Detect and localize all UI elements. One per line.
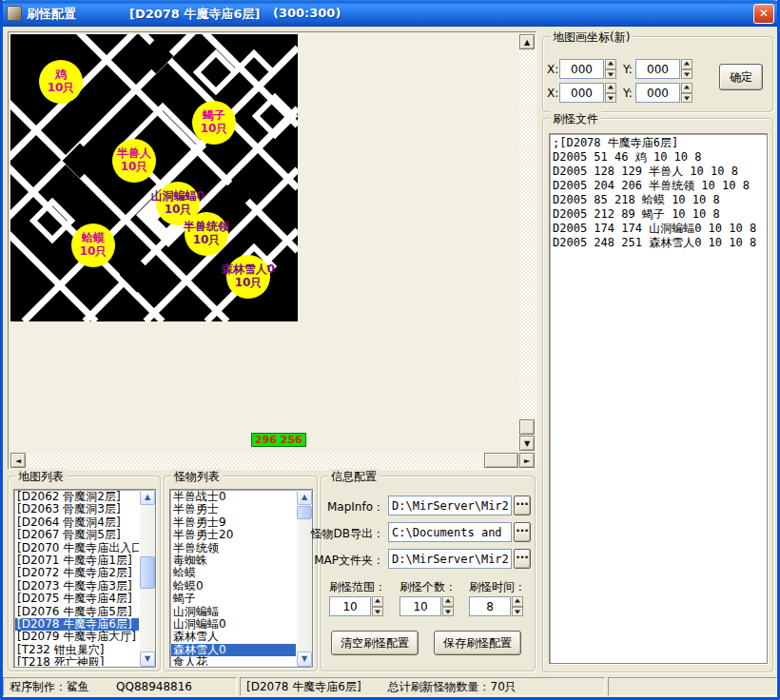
map-list-scrollbar[interactable]: ▲ ▼ [140, 490, 155, 667]
clear-config-button[interactable]: 清空刷怪配置 [331, 631, 419, 655]
list-item[interactable]: 蛤蟆 [171, 567, 296, 579]
spin-up-button[interactable] [681, 83, 692, 93]
list-item[interactable]: [D2071 牛魔寺庙1层] [15, 554, 139, 567]
scroll-up-button[interactable]: ▲ [519, 34, 535, 49]
spin-down-button[interactable] [512, 607, 523, 617]
scroll-right-button[interactable]: ► [519, 453, 535, 468]
mapinfo-input[interactable] [388, 496, 512, 515]
spin-up-button[interactable] [512, 596, 523, 607]
list-item[interactable]: [T232 钳虫巢穴] [15, 644, 139, 656]
list-item[interactable]: 蛤蟆0 [171, 580, 296, 593]
spawn-file-line[interactable]: D2005 174 174 山洞蝙蝠0 10 10 8 [553, 222, 764, 236]
list-item[interactable]: [D2067 骨魔洞5层] [15, 529, 139, 541]
list-item[interactable]: [D2075 牛魔寺庙4层] [15, 593, 139, 605]
spawn-time-input[interactable] [469, 596, 511, 616]
spawn-time-spinner[interactable] [469, 596, 523, 616]
spin-down-button[interactable] [372, 607, 383, 617]
list-item[interactable]: 半兽战士0 [171, 491, 296, 503]
map-vscroll-thumb[interactable] [519, 419, 535, 435]
list-item[interactable]: [D2079 牛魔寺庙大厅] [15, 631, 139, 643]
x1-spinner[interactable] [559, 59, 616, 79]
confirm-button[interactable]: 确定 [719, 64, 763, 90]
map-canvas[interactable]: 鸡10只蝎子10只半兽人10只山洞蝙蝠010只半兽统领10只蛤蟆10只森林雪人0… [10, 34, 298, 321]
scroll-down-button[interactable]: ▼ [297, 651, 312, 667]
list-item[interactable]: 山洞蝙蝠0 [171, 618, 296, 631]
spawn-count-spinner[interactable] [400, 596, 454, 616]
scroll-down-button[interactable]: ▼ [140, 651, 155, 667]
monster-listbox[interactable]: 半兽战士0半兽勇士半兽勇士9半兽勇士20半兽统领毒蜘蛛蛤蟆蛤蟆0蝎子山洞蝙蝠山洞… [169, 489, 313, 668]
scroll-left-button[interactable]: ◄ [10, 453, 26, 468]
list-item[interactable]: 森林雪人 [171, 631, 296, 643]
mapinfo-browse-button[interactable]: ··· [514, 496, 531, 515]
list-item[interactable]: 半兽勇士9 [171, 516, 296, 529]
spin-down-button[interactable] [442, 607, 454, 617]
list-item[interactable]: [D2078 牛魔寺庙6层] [15, 618, 139, 631]
list-item[interactable]: 山洞蝙蝠 [171, 606, 296, 618]
map-viewport[interactable]: 鸡10只蝎子10只半兽人10只山洞蝙蝠010只半兽统领10只蛤蟆10只森林雪人0… [8, 31, 536, 470]
monster-list-scroll-thumb[interactable] [297, 506, 312, 519]
map-listbox[interactable]: [D2062 骨魔洞2层][D2063 骨魔洞3层][D2064 骨魔洞4层][… [13, 489, 156, 668]
spawn-circle[interactable]: 森林雪人010只 [226, 255, 270, 299]
map-list-scroll-thumb[interactable] [140, 556, 155, 589]
list-item[interactable]: [D2063 骨魔洞3层] [15, 503, 139, 515]
y2-spinner[interactable] [635, 83, 692, 103]
list-item[interactable]: [T218 死亡神殿] [15, 656, 139, 666]
spawn-file-line[interactable]: D2005 51 46 鸡 10 10 8 [553, 150, 764, 165]
x2-spinner[interactable] [559, 83, 616, 103]
title-bar[interactable]: 刷怪配置 [D2078 牛魔寺庙6层] (300:300) ✕ [0, 0, 780, 27]
spin-up-button[interactable] [605, 59, 616, 69]
spawn-circle[interactable]: 半兽人10只 [112, 139, 156, 183]
monster-db-input[interactable] [388, 522, 512, 542]
map-folder-browse-button[interactable]: ··· [514, 549, 531, 569]
spawn-file-line[interactable]: D2005 248 251 森林雪人0 10 10 8 [553, 236, 764, 250]
close-button[interactable]: ✕ [753, 4, 774, 24]
spawn-range-input[interactable] [329, 596, 371, 616]
y2-input[interactable] [635, 83, 680, 103]
map-hscrollbar[interactable]: ◄ ► [10, 453, 535, 468]
spawn-count-input[interactable] [400, 596, 441, 616]
map-vscrollbar[interactable]: ▲ ▼ [519, 34, 535, 451]
list-item[interactable]: 半兽勇士20 [171, 529, 296, 541]
list-item[interactable]: [D2062 骨魔洞2层] [15, 491, 139, 503]
list-item[interactable]: 毒蜘蛛 [171, 554, 296, 567]
spin-down-button[interactable] [605, 69, 616, 80]
map-hscroll-thumb[interactable] [484, 453, 518, 468]
spawn-circle[interactable]: 半兽统领10只 [185, 212, 228, 256]
list-item[interactable]: 食人花 [171, 656, 296, 666]
spawn-circle[interactable]: 蛤蟆10只 [71, 224, 115, 267]
scroll-up-button[interactable]: ▲ [140, 490, 155, 505]
spawn-file-line[interactable]: D2005 212 89 蝎子 10 10 8 [553, 207, 764, 222]
spawn-circle[interactable]: 蝎子10只 [192, 101, 236, 145]
spin-up-button[interactable] [681, 59, 692, 69]
list-item[interactable]: [D2070 牛魔寺庙出入口] [15, 542, 139, 554]
spin-up-button[interactable] [605, 83, 616, 93]
x2-input[interactable] [559, 83, 604, 103]
y1-input[interactable] [635, 59, 680, 79]
y1-spinner[interactable] [635, 59, 692, 79]
spawn-file-line[interactable]: D2005 204 206 半兽统领 10 10 8 [553, 179, 764, 193]
monster-list-scrollbar[interactable]: ▲ ▼ [297, 490, 312, 667]
list-item[interactable]: 半兽勇士 [171, 503, 296, 515]
x1-input[interactable] [559, 59, 604, 79]
list-item[interactable]: [D2073 牛魔寺庙3层] [15, 580, 139, 593]
spin-up-button[interactable] [372, 596, 383, 607]
spin-down-button[interactable] [605, 93, 616, 104]
list-item[interactable]: 森林雪人0 [171, 644, 296, 656]
spin-up-button[interactable] [442, 596, 454, 607]
scroll-up-button[interactable]: ▲ [297, 490, 312, 505]
spin-down-button[interactable] [681, 93, 692, 104]
list-item[interactable]: [D2064 骨魔洞4层] [15, 516, 139, 529]
list-item[interactable]: [D2072 牛魔寺庙2层] [15, 567, 139, 579]
spawn-file-line[interactable]: D2005 128 129 半兽人 10 10 8 [553, 165, 764, 179]
save-config-button[interactable]: 保存刷怪配置 [434, 631, 521, 655]
map-folder-input[interactable] [388, 549, 512, 569]
spawn-file-line[interactable]: D2005 85 218 蛤蟆 10 10 8 [553, 193, 764, 207]
monster-db-browse-button[interactable]: ··· [514, 522, 531, 542]
scroll-down-button[interactable]: ▼ [519, 436, 535, 451]
spin-down-button[interactable] [681, 69, 692, 80]
spawn-circle[interactable]: 鸡10只 [39, 60, 83, 104]
spawn-file-line[interactable]: ;[D2078 牛魔寺庙6层] [553, 136, 764, 150]
spawn-file-listbox[interactable]: ;[D2078 牛魔寺庙6层]D2005 51 46 鸡 10 10 8D200… [549, 133, 768, 664]
list-item[interactable]: 半兽统领 [171, 542, 296, 554]
list-item[interactable]: 蝎子 [171, 593, 296, 605]
